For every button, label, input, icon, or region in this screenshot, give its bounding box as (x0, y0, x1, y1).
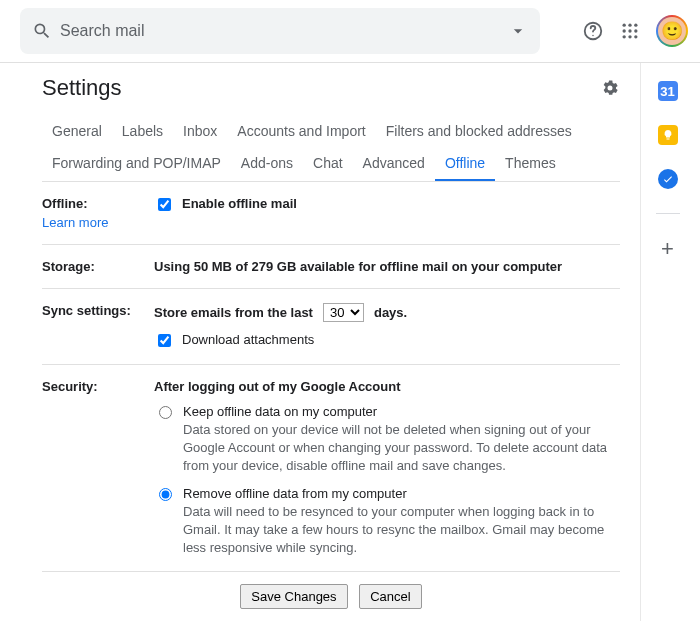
svg-point-2 (623, 24, 626, 27)
keep-icon[interactable] (658, 125, 678, 145)
tab-themes[interactable]: Themes (495, 147, 566, 181)
learn-more-link[interactable]: Learn more (42, 215, 154, 230)
svg-point-1 (592, 35, 593, 36)
page-title: Settings (42, 75, 122, 101)
gear-icon[interactable] (600, 78, 620, 98)
security-label: Security: (42, 379, 154, 557)
plus-icon[interactable]: + (661, 238, 674, 260)
section-offline: Offline: Learn more Enable offline mail (42, 181, 620, 244)
tab-forwarding-and-pop-imap[interactable]: Forwarding and POP/IMAP (42, 147, 231, 181)
security-keep-radio[interactable] (159, 406, 172, 419)
footer: Save Changes Cancel (42, 571, 620, 621)
svg-point-10 (634, 35, 637, 38)
download-attachments-checkbox[interactable] (158, 334, 171, 347)
svg-point-7 (634, 29, 637, 32)
side-panel: 31 + (640, 63, 694, 621)
svg-point-6 (628, 29, 631, 32)
sync-label: Sync settings: (42, 303, 154, 350)
sync-prefix: Store emails from the last (154, 305, 313, 320)
tab-add-ons[interactable]: Add-ons (231, 147, 303, 181)
sync-days-select[interactable]: 30 (323, 303, 364, 322)
account-avatar[interactable]: 🙂 (656, 15, 688, 47)
svg-point-8 (623, 35, 626, 38)
apps-icon[interactable] (620, 21, 640, 41)
help-icon[interactable] (582, 20, 604, 42)
storage-label: Storage: (42, 259, 154, 274)
security-heading: After logging out of my Google Account (154, 379, 620, 394)
enable-offline-checkbox[interactable] (158, 198, 171, 211)
tab-advanced[interactable]: Advanced (353, 147, 435, 181)
cancel-button[interactable]: Cancel (359, 584, 421, 609)
search-box[interactable] (20, 8, 540, 54)
section-security: Security: After logging out of my Google… (42, 364, 620, 571)
offline-label-col: Offline: Learn more (42, 196, 154, 230)
section-storage: Storage: Using 50 MB of 279 GB available… (42, 244, 620, 288)
save-button[interactable]: Save Changes (240, 584, 347, 609)
topbar-right: 🙂 (582, 15, 688, 47)
download-attachments-label[interactable]: Download attachments (182, 332, 314, 347)
security-keep-desc: Data stored on your device will not be d… (183, 421, 620, 476)
tasks-icon[interactable] (658, 169, 678, 189)
search-icon[interactable] (32, 21, 52, 41)
svg-point-5 (623, 29, 626, 32)
svg-point-9 (628, 35, 631, 38)
settings-header: Settings (42, 75, 620, 107)
security-remove-radio[interactable] (159, 488, 172, 501)
sidepanel-divider (656, 213, 680, 214)
top-bar: 🙂 (0, 0, 700, 62)
enable-offline-label[interactable]: Enable offline mail (182, 196, 297, 211)
sync-suffix: days. (374, 305, 407, 320)
dropdown-icon[interactable] (508, 21, 528, 41)
tab-general[interactable]: General (42, 115, 112, 147)
svg-point-3 (628, 24, 631, 27)
tab-accounts-and-import[interactable]: Accounts and Import (227, 115, 375, 147)
tab-offline[interactable]: Offline (435, 147, 495, 181)
svg-point-4 (634, 24, 637, 27)
security-remove-label[interactable]: Remove offline data from my computer (183, 486, 620, 501)
storage-text: Using 50 MB of 279 GB available for offl… (154, 259, 620, 274)
offline-label: Offline: (42, 196, 88, 211)
security-keep-label[interactable]: Keep offline data on my computer (183, 404, 620, 419)
tab-labels[interactable]: Labels (112, 115, 173, 147)
section-sync: Sync settings: Store emails from the las… (42, 288, 620, 364)
settings-tabs: GeneralLabelsInboxAccounts and ImportFil… (42, 115, 620, 181)
tab-inbox[interactable]: Inbox (173, 115, 227, 147)
calendar-icon[interactable]: 31 (658, 81, 678, 101)
search-input[interactable] (52, 22, 508, 40)
tab-filters-and-blocked-addresses[interactable]: Filters and blocked addresses (376, 115, 582, 147)
security-remove-desc: Data will need to be resynced to your co… (183, 503, 620, 558)
tab-chat[interactable]: Chat (303, 147, 353, 181)
